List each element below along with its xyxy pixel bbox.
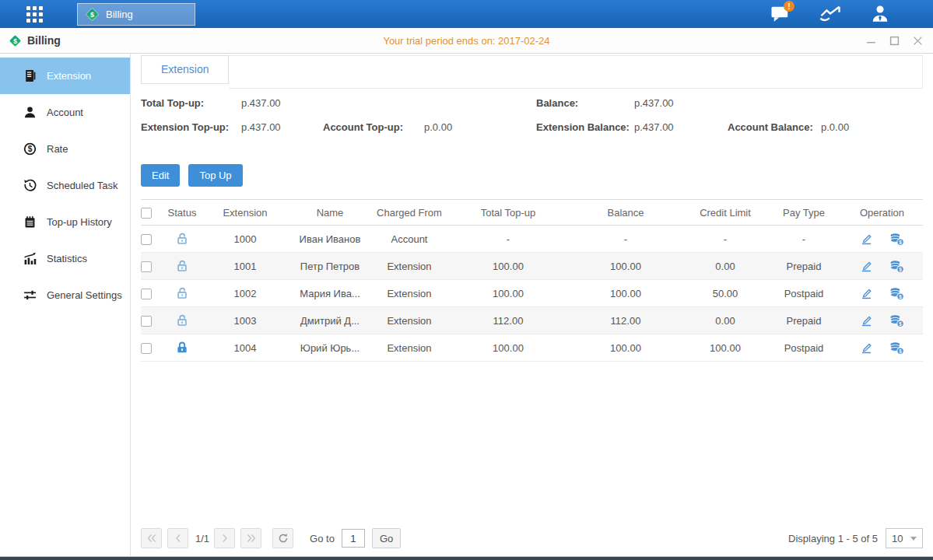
apps-grid-icon[interactable] — [26, 6, 43, 23]
go-button[interactable]: Go — [372, 528, 401, 548]
sidebar-item-rate[interactable]: $ Rate — [0, 131, 130, 167]
table-row[interactable]: 1003 Дмитрий Д... Extension 112.00 112.0… — [141, 307, 923, 334]
edit-row-icon[interactable] — [860, 341, 875, 355]
total-topup-label: Total Top-up: — [141, 97, 204, 109]
row-checkbox[interactable] — [141, 289, 152, 299]
table-row[interactable]: 1004 Юрий Юрь... Extension 100.00 100.00… — [141, 334, 923, 362]
col-name[interactable]: Name — [290, 200, 370, 226]
statistics-topbar-icon[interactable] — [818, 4, 843, 24]
table-row[interactable]: 1000 Иван Иванов Account - - - - $ — [141, 226, 923, 253]
next-page-button[interactable] — [214, 528, 235, 548]
user-icon[interactable] — [868, 4, 893, 24]
col-operation[interactable]: Operation — [841, 200, 923, 226]
cell-charged-from: Extension — [370, 253, 449, 280]
cell-credit-limit: 0.00 — [684, 253, 766, 280]
sidebar-item-top-up-history[interactable]: Top-up History — [0, 204, 130, 240]
extension-balance-label: Extension Balance: — [536, 121, 630, 133]
sidebar-item-statistics[interactable]: Statistics — [0, 240, 130, 277]
tab-strip-filler — [229, 55, 923, 89]
cell-charged-from: Account — [370, 226, 449, 253]
minimize-icon[interactable] — [865, 34, 877, 47]
edit-button[interactable]: Edit — [141, 164, 180, 187]
select-all-checkbox[interactable] — [141, 208, 152, 219]
cell-charged-from: Extension — [370, 334, 449, 362]
edit-row-icon[interactable] — [860, 314, 875, 327]
edit-row-icon[interactable] — [860, 233, 875, 246]
account-balance-value: p.0.00 — [821, 121, 849, 133]
unlocked-icon — [175, 232, 189, 246]
last-page-button[interactable] — [240, 528, 261, 548]
cell-name: Петр Петров — [290, 253, 370, 280]
sidebar-item-label: Scheduled Task — [47, 180, 118, 191]
svg-text:$: $ — [13, 37, 17, 44]
cell-balance: - — [567, 226, 684, 253]
app-tab-billing[interactable]: $ Billing — [77, 3, 195, 26]
sidebar-item-scheduled-task[interactable]: Scheduled Task — [0, 167, 130, 204]
edit-row-icon[interactable] — [860, 260, 875, 273]
svg-text:$: $ — [90, 10, 94, 18]
messages-icon[interactable]: ! — [768, 4, 793, 24]
table-row[interactable]: 1002 Мария Ива... Extension 100.00 100.0… — [141, 280, 923, 307]
total-topup-value: p.437.00 — [241, 97, 281, 109]
sidebar-item-label: Rate — [47, 143, 68, 155]
col-balance[interactable]: Balance — [567, 200, 684, 226]
top-up-button[interactable]: Top Up — [188, 164, 242, 187]
tab-extension[interactable]: Extension — [141, 55, 229, 84]
cell-extension: 1000 — [200, 226, 290, 253]
topup-row-icon[interactable]: $ — [889, 260, 904, 273]
cell-charged-from: Extension — [370, 307, 449, 334]
svg-text:$: $ — [900, 348, 903, 354]
pagination-bar: 1/1 Go to Go Displaying 1 - 5 of 5 10 — [141, 528, 923, 548]
cell-pay-type: Prepaid — [766, 253, 841, 280]
col-charged-from[interactable]: Charged From — [370, 200, 449, 226]
col-total-topup[interactable]: Total Top-up — [449, 200, 567, 226]
row-checkbox[interactable] — [141, 261, 152, 272]
first-page-button[interactable] — [141, 528, 162, 548]
extension-table: Status Extension Name Charged From Total… — [141, 199, 923, 362]
cell-total-topup: 112.00 — [449, 307, 567, 334]
unlocked-icon — [175, 313, 189, 327]
goto-label: Go to — [310, 533, 335, 544]
cell-pay-type: Postpaid — [766, 280, 841, 307]
topup-row-icon[interactable]: $ — [889, 341, 904, 355]
bar-chart-icon — [23, 252, 37, 265]
close-icon[interactable] — [911, 34, 924, 47]
page-size-select[interactable]: 10 — [886, 528, 923, 548]
cell-total-topup: 100.00 — [449, 253, 567, 280]
row-checkbox[interactable] — [141, 234, 152, 245]
balance-label: Balance: — [536, 97, 578, 109]
row-checkbox[interactable] — [141, 316, 152, 327]
sidebar-item-label: Top-up History — [47, 216, 112, 228]
sidebar-item-label: Statistics — [47, 253, 87, 264]
window-title-bar: $ Billing Your trial period ends on: 201… — [0, 28, 933, 54]
table-row[interactable]: 1001 Петр Петров Extension 100.00 100.00… — [141, 253, 923, 280]
cell-name: Юрий Юрь... — [290, 334, 370, 362]
cell-pay-type: Postpaid — [766, 334, 841, 362]
sidebar-item-general-settings[interactable]: General Settings — [0, 277, 130, 313]
cell-credit-limit: 100.00 — [684, 334, 766, 362]
col-status[interactable]: Status — [164, 200, 200, 226]
col-credit-limit[interactable]: Credit Limit — [684, 200, 766, 226]
unlocked-icon — [175, 259, 189, 273]
cell-charged-from: Extension — [370, 280, 449, 307]
extension-topup-value: p.437.00 — [241, 121, 281, 133]
maximize-icon[interactable] — [888, 34, 900, 47]
sidebar-item-account[interactable]: Account — [0, 94, 130, 131]
refresh-icon[interactable] — [272, 528, 293, 548]
edit-row-icon[interactable] — [860, 287, 875, 300]
col-extension[interactable]: Extension — [200, 200, 290, 226]
col-pay-type[interactable]: Pay Type — [766, 200, 841, 226]
topup-row-icon[interactable]: $ — [889, 233, 904, 246]
prev-page-button[interactable] — [167, 528, 188, 548]
ledger-icon — [23, 69, 37, 82]
app-tab-label: Billing — [106, 9, 133, 20]
topup-row-icon[interactable]: $ — [889, 314, 904, 327]
sidebar-item-extension[interactable]: Extension — [0, 58, 130, 94]
displaying-text: Displaying 1 - 5 of 5 — [788, 533, 878, 544]
topup-row-icon[interactable]: $ — [889, 287, 904, 300]
goto-page-input[interactable] — [342, 529, 365, 548]
table-header-row: Status Extension Name Charged From Total… — [141, 200, 923, 226]
row-checkbox[interactable] — [141, 343, 152, 354]
chevron-down-icon — [910, 537, 917, 541]
unlocked-icon — [175, 286, 189, 300]
